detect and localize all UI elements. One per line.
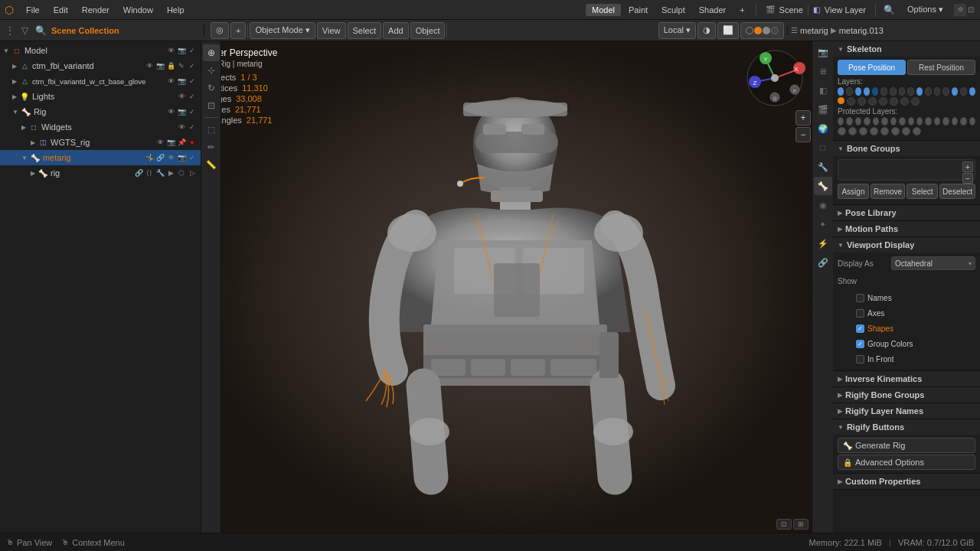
layer-dot-1[interactable] bbox=[838, 87, 844, 96]
layer-dot-13[interactable] bbox=[942, 87, 949, 96]
deselect-btn[interactable]: Deselect bbox=[939, 184, 975, 199]
layer-dot-4[interactable] bbox=[864, 87, 870, 96]
local-mode-btn[interactable]: Local ▾ bbox=[658, 22, 696, 39]
prot-dot-10[interactable] bbox=[916, 117, 923, 126]
layer-dot-5[interactable] bbox=[872, 87, 878, 96]
select-menu-btn[interactable]: Select bbox=[348, 22, 382, 39]
tab-scene[interactable]: 🎬 bbox=[814, 100, 832, 119]
shading-dots[interactable] bbox=[740, 22, 784, 39]
tool-annotate[interactable]: ✏ bbox=[203, 139, 220, 155]
layer-dot-15[interactable] bbox=[960, 87, 967, 96]
props-datablock-2[interactable]: metarig.013 bbox=[839, 26, 884, 35]
edit-icon[interactable]: ✎ bbox=[176, 60, 187, 71]
options-menu[interactable]: Options ▾ bbox=[901, 3, 949, 16]
outliner-item-metarig[interactable]: ▼ 🦴 metarig 🤸 🔗 👁 📷 ✓ bbox=[0, 150, 201, 165]
generate-rig-row[interactable]: 🦴 Generate Rig bbox=[838, 438, 975, 453]
bone-group-remove-btn[interactable]: − bbox=[962, 173, 973, 184]
layer-dot-9[interactable] bbox=[907, 87, 914, 96]
tab-physics[interactable]: ⚡ bbox=[814, 234, 832, 253]
layer-dot-7[interactable] bbox=[890, 87, 897, 96]
overlay-btn[interactable]: ◑ bbox=[697, 22, 716, 39]
render-icon[interactable]: 📷 bbox=[176, 106, 187, 117]
visibility-icon[interactable]: 👁 bbox=[144, 60, 155, 71]
outliner-item-ctm1[interactable]: ▶ △ ctm_fbi_variantd 👁 📷 🔒 ✎ ✓ bbox=[0, 58, 201, 73]
menu-file[interactable]: File bbox=[20, 4, 46, 16]
tab-render[interactable]: 📷 bbox=[814, 43, 832, 61]
outliner-item-rig[interactable]: ▼ 🦴 Rig 👁 📷 ✓ bbox=[0, 104, 201, 119]
prot-dot-16[interactable] bbox=[969, 117, 975, 126]
pin-icon[interactable]: 📌 bbox=[176, 137, 187, 148]
prot-dot-24[interactable] bbox=[913, 127, 921, 135]
navigation-gizmo[interactable]: X Y Z ⊙ P bbox=[744, 47, 805, 109]
workspace-tab-model[interactable]: Model bbox=[586, 4, 621, 16]
ik-header[interactable]: ▶ Inverse Kinematics bbox=[833, 371, 980, 386]
props-datablock-1[interactable]: metarig bbox=[800, 26, 828, 35]
layer-dot-22[interactable] bbox=[890, 97, 898, 106]
tool-transform[interactable]: ⬚ bbox=[203, 121, 220, 138]
prot-dot-21[interactable] bbox=[880, 127, 889, 135]
advanced-options-row[interactable]: 🔒 Advanced Options bbox=[838, 455, 975, 470]
workspace-tab-shader[interactable]: Shader bbox=[693, 4, 732, 16]
tool-measure[interactable]: 📏 bbox=[203, 156, 220, 173]
prot-dot-22[interactable] bbox=[891, 127, 900, 135]
menu-help[interactable]: Help bbox=[161, 4, 191, 16]
lock-icon[interactable]: 🔒 bbox=[165, 60, 176, 71]
menu-render[interactable]: Render bbox=[76, 4, 116, 16]
display-as-field[interactable]: Octahedral ▾ bbox=[891, 256, 975, 270]
zoom-in-btn[interactable]: + bbox=[795, 110, 811, 126]
bone-group-add-btn[interactable]: + bbox=[962, 161, 973, 172]
zoom-out-btn[interactable]: − bbox=[795, 127, 811, 142]
remove-btn[interactable]: Remove bbox=[871, 184, 905, 199]
prot-dot-17[interactable] bbox=[838, 127, 846, 135]
visibility-icon[interactable]: 👁 bbox=[165, 106, 176, 117]
exclude-icon[interactable]: ✓ bbox=[187, 45, 198, 56]
tab-particles[interactable]: ✦ bbox=[814, 215, 832, 233]
layer-dot-21[interactable] bbox=[879, 97, 887, 106]
outliner-filter-btn[interactable]: ▽ bbox=[19, 24, 31, 37]
layer-dot-8[interactable] bbox=[899, 87, 906, 96]
layer-dot-11[interactable] bbox=[925, 87, 932, 96]
prot-dot-5[interactable] bbox=[873, 117, 879, 126]
bone-constraint-icon[interactable]: 🔗 bbox=[133, 168, 144, 178]
render-icon[interactable]: 📷 bbox=[155, 60, 165, 71]
prot-dot-14[interactable] bbox=[952, 117, 958, 126]
layer-dot-16[interactable] bbox=[969, 87, 975, 96]
layer-dot-17[interactable] bbox=[838, 97, 844, 104]
prot-dot-13[interactable] bbox=[942, 117, 949, 126]
mod-icon[interactable]: 🔧 bbox=[155, 168, 165, 178]
prot-dot-2[interactable] bbox=[846, 117, 852, 126]
workspace-tab-add[interactable]: + bbox=[733, 4, 750, 16]
tab-material[interactable]: ◉ bbox=[814, 196, 832, 214]
view-all-btn[interactable]: ⊞ bbox=[793, 519, 808, 530]
xray-btn[interactable]: ⬜ bbox=[717, 22, 739, 39]
tab-object-data[interactable]: 🦴 bbox=[814, 177, 832, 195]
mode-btn[interactable]: Object Mode ▾ bbox=[250, 22, 315, 39]
outliner-item-rig-child[interactable]: ▶ 🦴 rig 🔗 ⟨⟩ 🔧 ▶ ⬡ ▷ bbox=[0, 165, 201, 181]
outliner-search-icon[interactable]: 🔍 bbox=[33, 24, 49, 37]
axes-checkbox[interactable] bbox=[856, 309, 864, 318]
bone-groups-header[interactable]: ▼ Bone Groups bbox=[833, 141, 980, 156]
layer-dot-2[interactable] bbox=[846, 87, 853, 96]
layer-dot-24[interactable] bbox=[911, 97, 920, 106]
pose-library-header[interactable]: ▶ Pose Library bbox=[833, 205, 980, 220]
prot-dot-23[interactable] bbox=[902, 127, 910, 135]
render-icon[interactable]: 📷 bbox=[176, 152, 187, 163]
shapes-checkbox[interactable]: ✓ bbox=[856, 324, 864, 333]
tab-view-layer[interactable]: ◧ bbox=[814, 81, 832, 99]
visibility-icon[interactable]: 👁 bbox=[155, 137, 165, 148]
exclude-icon-2[interactable]: ▷ bbox=[187, 168, 198, 178]
render-icon[interactable]: 📷 bbox=[176, 76, 187, 86]
viewport-3d[interactable]: User Perspective (1) Rig | metarig Objec… bbox=[201, 41, 812, 533]
context-menu-btn[interactable]: 🖱 Context Menu bbox=[61, 538, 124, 547]
render-icon[interactable]: 📷 bbox=[165, 137, 176, 148]
layer-dot-6[interactable] bbox=[880, 87, 887, 96]
tool-move[interactable]: ⊹ bbox=[203, 62, 220, 79]
visibility-icon[interactable]: 👁 bbox=[165, 152, 176, 163]
rigify-bone-groups-header[interactable]: ▶ Rigify Bone Groups bbox=[833, 387, 980, 403]
move-tool-btn[interactable]: + bbox=[230, 22, 246, 39]
exclude-icon[interactable]: ✓ bbox=[187, 106, 198, 117]
visibility-icon[interactable]: 👁 bbox=[165, 45, 176, 56]
prot-dot-19[interactable] bbox=[859, 127, 867, 135]
prot-dot-9[interactable] bbox=[908, 117, 914, 126]
pan-view-btn[interactable]: 🖱 Pan View bbox=[6, 538, 52, 547]
